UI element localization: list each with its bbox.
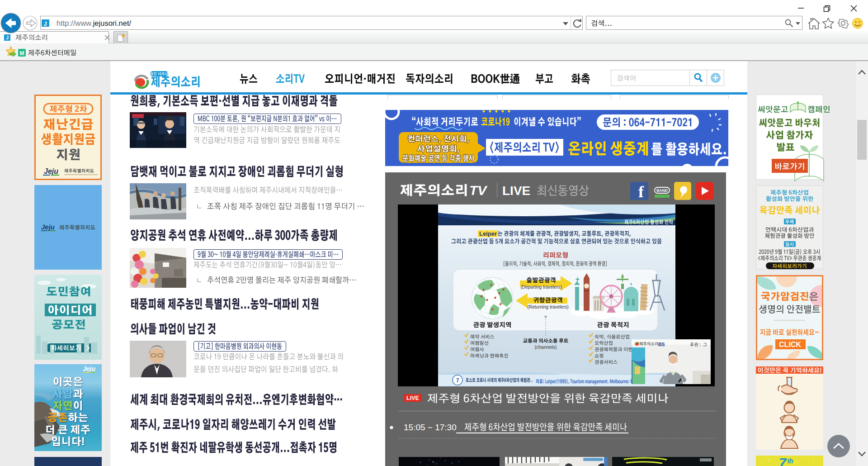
svg-text:th: th — [787, 457, 793, 465]
svg-text:J: J — [43, 20, 47, 27]
svg-text:(channels): (channels) — [534, 344, 557, 350]
svg-text:LIVE: LIVE — [406, 395, 419, 401]
svg-text:J: J — [6, 35, 9, 40]
svg-text:7: 7 — [779, 455, 787, 466]
svg-text:TV: TV — [469, 183, 488, 198]
svg-text:Jeju: Jeju — [44, 167, 58, 175]
svg-text:BS: BS — [658, 342, 665, 347]
svg-text:Jeju: Jeju — [41, 223, 55, 231]
svg-text:LIVE: LIVE — [502, 184, 530, 198]
svg-text:http://www.jejusori.net/: http://www.jejusori.net/ — [57, 19, 131, 27]
svg-text:BAND: BAND — [656, 188, 668, 193]
svg-text:(Returning travelers): (Returning travelers) — [527, 304, 568, 309]
svg-text:Leiper: Leiper — [479, 230, 497, 237]
svg-text:CLICK: CLICK — [779, 341, 801, 348]
svg-text:Jeju: Jeju — [83, 365, 95, 372]
svg-text:(Departing travelers): (Departing travelers) — [520, 285, 561, 290]
svg-text:M: M — [20, 50, 24, 57]
svg-text:7: 7 — [456, 377, 459, 384]
svg-text:15:05 ~ 17:30: 15:05 ~ 17:30 — [404, 423, 457, 432]
svg-text:f: f — [638, 183, 644, 201]
